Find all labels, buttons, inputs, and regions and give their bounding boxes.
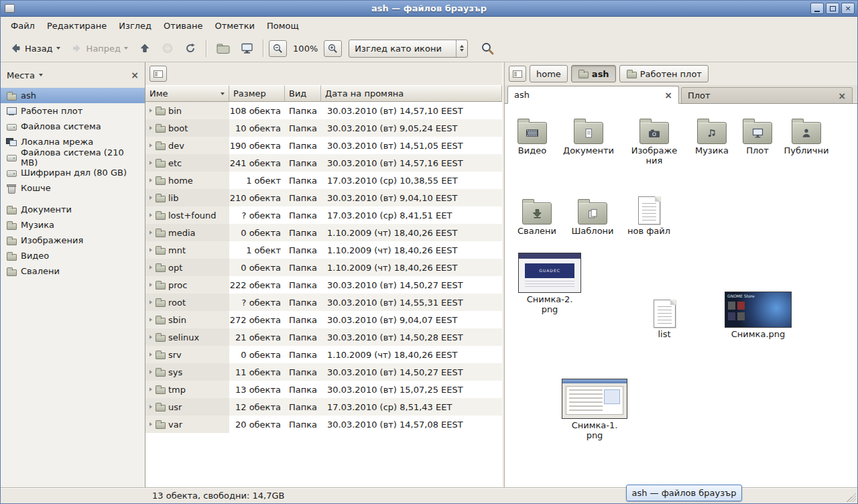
table-row[interactable]: srv 0 обекта Папка 1.10.2009 (чт) 18,40,… [145,346,502,363]
sidebar-item-video[interactable]: Видео [1,248,145,263]
expander-icon[interactable] [149,265,152,269]
icon-item-pictures[interactable]: Изображения [629,113,680,166]
icon-item-templates[interactable]: Шаблони [567,194,618,237]
table-row[interactable]: bin 108 обекта Папка 30.03.2010 (вт) 14,… [145,102,502,119]
sidebar-item-desktop[interactable]: Работен плот [1,103,145,119]
location-toggle-button[interactable] [149,66,167,82]
forward-button[interactable]: Напред [66,38,133,58]
sidebar-item-downloads[interactable]: Свалени [1,263,145,279]
table-row[interactable]: proc 222 обекта Папка 30.03.2010 (вт) 14… [145,276,502,294]
pathbar-toggle-button[interactable] [509,66,526,82]
sidebar-item-ash[interactable]: ash [1,88,145,103]
stop-button[interactable] [157,38,178,58]
icon-item-snimka[interactable]: GNOME Store Снимка.png [722,292,794,340]
computer-button[interactable] [236,38,258,58]
tab-plot[interactable]: Плот × [681,87,853,103]
up-button[interactable] [134,38,156,58]
expander-icon[interactable] [149,143,152,147]
table-row[interactable]: boot 10 обекта Папка 30.03.2010 (вт) 9,0… [145,119,502,137]
pathbar-home-button[interactable]: home [530,65,568,82]
minimize-button[interactable] [810,3,824,14]
sidebar-item-trash[interactable]: Кошче [1,180,145,196]
search-button[interactable] [476,38,499,60]
expander-icon[interactable] [149,178,152,182]
table-row[interactable]: tmp 13 обекта Папка 30.03.2010 (вт) 15,0… [145,381,502,398]
table-row[interactable]: media 0 обекта Папка 1.10.2009 (чт) 18,4… [145,224,502,241]
zoom-out-button[interactable] [269,40,287,57]
sidebar-item-filesystem-210mb[interactable]: Файлова система (210 MB) [1,149,145,165]
close-button[interactable]: × [841,3,855,14]
home-button[interactable] [212,39,235,58]
expander-icon[interactable] [149,335,152,339]
expander-icon[interactable] [149,161,152,165]
menu-item-edit[interactable]: Редактиране [41,18,113,34]
pathbar-current-button[interactable]: ash [571,65,616,82]
sidebar-title[interactable]: Места [7,70,35,80]
menu-item-view[interactable]: Изглед [113,18,158,34]
tab-ash[interactable]: ash × [507,86,679,104]
table-row[interactable]: opt 0 обекта Папка 1.10.2009 (чт) 18,40,… [145,259,502,276]
table-row[interactable]: mnt 1 обект Папка 1.10.2009 (чт) 18,40,2… [145,241,502,259]
sidebar-item-music[interactable]: Музика [1,217,145,233]
expander-icon[interactable] [149,126,152,130]
sidebar-item-encrypted-80gb[interactable]: Шифриран дял (80 GB) [1,165,145,180]
table-row[interactable]: selinux 21 обекта Папка 30.03.2010 (вт) … [145,328,502,346]
table-row[interactable]: sbin 272 обекта Папка 30.03.2010 (вт) 9,… [145,311,502,328]
table-row[interactable]: usr 12 обекта Папка 17.03.2010 (ср) 8,51… [145,398,502,416]
expander-icon[interactable] [149,405,152,409]
titlebar[interactable]: ash — файлов браузър × [1,1,857,17]
expander-icon[interactable] [149,353,152,357]
view-mode-stepper-icon[interactable] [456,40,467,57]
sidebar-selector-icon[interactable] [39,74,43,76]
icon-item-snimka-2[interactable]: GUADEC Снимка-2.png [515,253,585,315]
zoom-in-button[interactable] [324,40,342,57]
icon-view[interactable]: Видео Документи Изображения Музика Плот [505,104,857,487]
expander-icon[interactable] [149,370,152,374]
icon-item-documents[interactable]: Документи [563,113,614,156]
tab-close-button[interactable]: × [838,91,846,101]
menu-item-go[interactable]: Отиване [158,18,208,34]
column-header-date[interactable]: Дата на промяна [321,85,502,102]
column-header-name[interactable]: Име [145,85,229,102]
table-row[interactable]: dev 190 обекта Папка 30.03.2010 (вт) 14,… [145,137,502,154]
expander-icon[interactable] [149,387,152,391]
icon-item-new-file[interactable]: нов файл [623,194,674,237]
column-header-size[interactable]: Размер [229,85,285,102]
icon-item-public[interactable]: Публични [781,113,832,156]
sidebar-item-pictures[interactable]: Изображения [1,233,145,248]
expander-icon[interactable] [149,283,152,287]
expander-icon[interactable] [149,213,152,217]
icon-item-snimka-1[interactable]: Снимка-1.png [560,379,629,441]
expander-icon[interactable] [149,318,152,322]
table-row[interactable]: lost+found ? обекта Папка 17.03.2010 (ср… [145,206,502,224]
icon-item-desktop-folder[interactable]: Плот [732,113,783,156]
back-button[interactable]: Назад [5,38,65,58]
sidebar-item-filesystem[interactable]: Файлова система [1,119,145,134]
expander-icon[interactable] [149,109,152,113]
menu-item-file[interactable]: Файл [5,18,41,34]
back-dropdown-icon[interactable] [56,47,60,50]
expander-icon[interactable] [149,231,152,235]
table-row[interactable]: root ? обекта Папка 30.03.2010 (вт) 14,5… [145,294,502,311]
view-mode-select[interactable]: Изглед като икони [349,40,468,58]
resize-grip[interactable] [847,493,856,502]
icon-item-music[interactable]: Музика [686,113,737,156]
tab-close-button[interactable]: × [664,90,672,100]
expander-icon[interactable] [149,422,152,426]
menu-item-help[interactable]: Помощ [261,18,305,34]
reload-button[interactable] [180,38,201,58]
icon-item-video[interactable]: Видео [507,113,558,156]
expander-icon[interactable] [149,300,152,304]
maximize-button[interactable] [826,3,839,14]
sidebar-item-documents[interactable]: Документи [1,202,145,217]
table-row[interactable]: var 20 обекта Папка 30.03.2010 (вт) 14,5… [145,416,502,433]
table-row[interactable]: home 1 обект Папка 17.03.2010 (ср) 10,38… [145,172,502,189]
table-row[interactable]: lib 210 обекта Папка 30.03.2010 (вт) 9,0… [145,189,502,206]
taskbar-window-button[interactable]: ash — файлов браузър [626,485,742,501]
table-row[interactable]: etc 241 обекта Папка 30.03.2010 (вт) 14,… [145,154,502,172]
expander-icon[interactable] [149,248,152,252]
pathbar-desktop-button[interactable]: Работен плот [619,65,709,82]
column-header-type[interactable]: Вид [285,85,321,102]
sidebar-close-button[interactable]: × [131,70,139,80]
icon-item-list[interactable]: list [639,297,690,340]
